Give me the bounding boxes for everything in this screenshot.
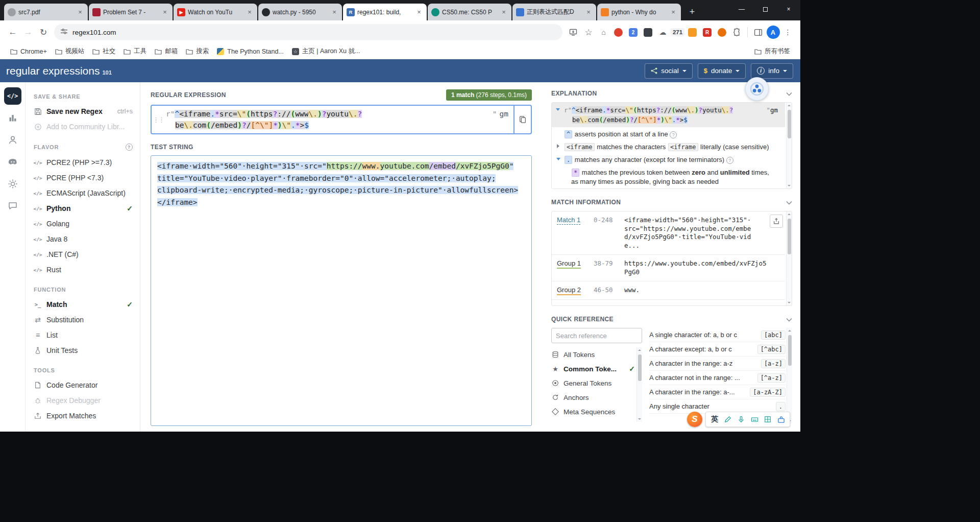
new-tab-button[interactable]: +	[685, 5, 699, 19]
reference-entry[interactable]: A character not in the range: ... [^a-z]	[649, 371, 786, 385]
tune-icon[interactable]	[60, 28, 68, 37]
minimize-button[interactable]: —	[730, 0, 753, 18]
collapse-chevron-icon[interactable]	[786, 89, 792, 98]
flavor-help-icon[interactable]	[126, 144, 133, 151]
collapse-chevron-icon[interactable]	[786, 198, 792, 207]
virtual-keyboard-icon[interactable]	[748, 413, 761, 426]
explanation-scrollbar[interactable]	[786, 103, 792, 188]
flavor-golang[interactable]: </> Golang	[34, 216, 140, 231]
category-scrollbar[interactable]	[636, 347, 642, 422]
tab-close-icon[interactable]: ×	[330, 8, 338, 16]
microphone-icon[interactable]	[734, 413, 748, 426]
browser-tab[interactable]: 正则表达式匹配D ×	[512, 4, 596, 20]
settings-gear-icon[interactable]	[4, 175, 21, 193]
browser-tab[interactable]: ▶ Watch on YouTu ×	[174, 4, 257, 20]
url-text[interactable]: regex101.com	[72, 29, 116, 36]
orange-extension-icon[interactable]	[685, 26, 699, 39]
donate-button[interactable]: $ donate	[698, 63, 746, 79]
adblock-extension-icon[interactable]	[611, 26, 625, 39]
flavor-python-active[interactable]: </> Python ✓	[34, 201, 140, 216]
bookmark-folder[interactable]: 搜索	[182, 45, 213, 57]
address-bar[interactable]: regex101.com	[54, 24, 562, 40]
category-meta-sequences[interactable]: Meta Sequences	[551, 405, 635, 419]
export-matches-button[interactable]	[770, 215, 783, 228]
collapse-chevron-icon[interactable]	[786, 315, 792, 324]
function-unit-tests[interactable]: Unit Tests	[34, 343, 140, 358]
numbered-extension-icon[interactable]: 2	[626, 26, 640, 39]
collapsed-icon[interactable]	[557, 144, 559, 148]
explanation-item[interactable]: <iframe matches the characters <iframe l…	[552, 140, 785, 153]
browser-tab-active[interactable]: R regex101: build, ×	[343, 4, 427, 20]
benchmark-icon[interactable]	[4, 109, 21, 127]
save-new-regex-button[interactable]: Save new Regex ctrl+s	[34, 104, 140, 119]
browser-tab[interactable]: python - Why do ×	[597, 4, 681, 20]
help-icon[interactable]	[726, 157, 733, 164]
floating-feedback-widget[interactable]	[745, 77, 769, 101]
language-toggle-icon[interactable]: 英	[708, 413, 721, 426]
close-button[interactable]: ×	[777, 0, 800, 18]
match-row[interactable]: Match 1 0-248 <iframe·width="560"·height…	[552, 211, 785, 255]
category-anchors[interactable]: Anchors	[551, 390, 635, 405]
bookmark-folder[interactable]: 视频站	[51, 45, 89, 57]
explanation-item[interactable]: . matches any character (except for line…	[552, 153, 785, 165]
category-common-tokens[interactable]: ★ Common Toke... ✓	[551, 362, 635, 376]
group-row[interactable]: Group 1 38-79 https://www.youtube.com/em…	[552, 255, 785, 281]
search-reference-input[interactable]	[551, 328, 642, 343]
help-icon[interactable]	[670, 131, 677, 138]
flavor-pcre[interactable]: </> PCRE (PHP <7.3)	[34, 170, 140, 185]
bookmark-folder[interactable]: 邮箱	[151, 45, 182, 57]
reference-entry[interactable]: A character in the range: a-... [a-zA-Z]	[649, 385, 786, 399]
regex-input[interactable]: ⋮⋮ r"^<iframe.*src=\"(https?://(www\.)?y…	[151, 105, 532, 134]
tab-close-icon[interactable]: ×	[76, 8, 84, 16]
all-bookmarks[interactable]: 所有书签	[750, 45, 794, 57]
drag-handle-icon[interactable]: ⋮⋮	[152, 106, 165, 133]
toolbox-icon[interactable]	[774, 413, 788, 426]
tool-export-matches[interactable]: Export Matches	[34, 408, 140, 423]
handwriting-pen-icon[interactable]	[721, 413, 734, 426]
tab-close-icon[interactable]: ×	[669, 8, 677, 16]
explanation-item[interactable]: ^ asserts position at start of a line	[552, 127, 785, 140]
profile-avatar[interactable]: A	[766, 26, 780, 39]
function-list[interactable]: ≡ List	[34, 327, 140, 343]
quick-reference-scrollbar[interactable]	[787, 328, 792, 424]
reference-entry[interactable]: A character except: a, b or c [^abc]	[649, 342, 786, 357]
flavor-ecmascript[interactable]: </> ECMAScript (JavaScript)	[34, 185, 140, 201]
reload-icon[interactable]: ↻	[36, 25, 51, 40]
maximize-button[interactable]	[753, 0, 777, 18]
side-panel-icon[interactable]	[751, 26, 765, 39]
explanation-panel[interactable]: r"^<iframe.*src=\"(https?://(www\.)?yout…	[551, 102, 792, 189]
bookmark-homepage[interactable]: ☆ 主页 | Aaron Xu 就...	[288, 45, 364, 57]
bookmark-folder[interactable]: Chrome+	[6, 46, 51, 57]
home-extension-icon[interactable]: ⌂	[597, 26, 610, 39]
test-string-input[interactable]: <iframe·width="560"·height="315"·src="ht…	[151, 155, 532, 426]
function-match-active[interactable]: >_ Match ✓	[34, 297, 140, 312]
extensions-puzzle-icon[interactable]	[730, 26, 744, 39]
category-all-tokens[interactable]: All Tokens	[551, 347, 635, 362]
expanded-icon[interactable]	[556, 158, 560, 160]
browser-tab[interactable]: Problem Set 7 - ×	[89, 4, 173, 20]
tool-code-generator[interactable]: Code Generator	[34, 377, 140, 393]
bookmark-python[interactable]: The Python Stand...	[213, 46, 288, 57]
tool-regex-debugger[interactable]: Regex Debugger	[34, 393, 140, 408]
install-icon[interactable]	[566, 25, 581, 40]
function-substitution[interactable]: ⇄ Substitution	[34, 312, 140, 327]
explanation-pattern-row[interactable]: r"^<iframe.*src=\"(https?://(www\.)?yout…	[552, 103, 785, 127]
browser-menu-icon[interactable]: ⋮	[781, 26, 795, 39]
flavor-rust[interactable]: </> Rust	[34, 262, 140, 277]
reference-entry[interactable]: A character in the range: a-z [a-z]	[649, 357, 786, 371]
dark-extension-icon[interactable]	[641, 26, 655, 39]
tab-close-icon[interactable]: ×	[415, 8, 423, 16]
sogou-input-icon[interactable]: S	[687, 412, 702, 427]
bookmark-folder[interactable]: 社交	[88, 45, 119, 57]
tab-close-icon[interactable]: ×	[161, 8, 169, 16]
category-general-tokens[interactable]: General Tokens	[551, 376, 635, 390]
reader-extension-icon[interactable]: R	[700, 26, 714, 39]
regex-pattern[interactable]: r"^<iframe.*src=\"(https?://(www\.)?yout…	[165, 106, 513, 133]
regex101-logo[interactable]: regular expressions 101	[6, 65, 112, 77]
info-button[interactable]: i info	[751, 63, 793, 79]
match-info-scrollbar[interactable]	[786, 211, 792, 305]
account-icon[interactable]	[4, 131, 21, 149]
tab-counter-badge[interactable]: 271	[671, 26, 684, 39]
discord-icon[interactable]	[4, 153, 21, 171]
group-row[interactable]: Group 2 46-50 www.	[552, 281, 785, 300]
